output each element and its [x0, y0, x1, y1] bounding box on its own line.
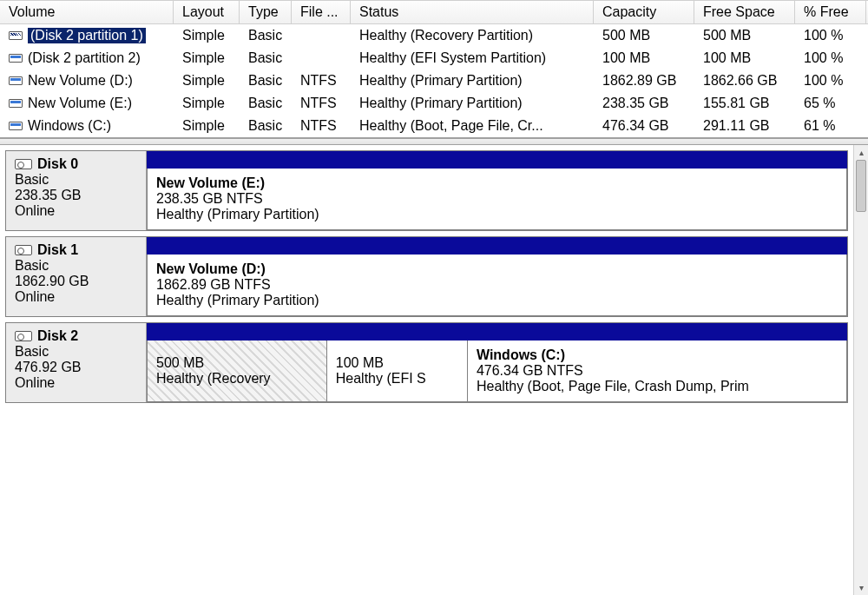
partition[interactable]: 500 MBHealthy (Recovery [147, 340, 326, 402]
volume-name: New Volume (E:) [28, 96, 132, 111]
disk-label[interactable]: Disk 1Basic1862.90 GBOnline [6, 237, 147, 316]
volume-capacity: 1862.89 GB [594, 71, 694, 90]
disk-size: 476.92 GB [15, 360, 137, 375]
disk-type: Basic [15, 344, 137, 360]
volume-icon [9, 31, 23, 40]
partition-status: Healthy (Recovery [156, 371, 318, 387]
volume-layout: Simple [174, 94, 240, 113]
disk-label[interactable]: Disk 0Basic238.35 GBOnline [6, 151, 147, 230]
disk-stripe [147, 237, 847, 255]
disk-icon [15, 159, 32, 169]
disk-name: Disk 0 [37, 156, 78, 172]
volume-filesystem [292, 49, 351, 68]
disk-name: Disk 1 [37, 242, 78, 258]
volume-layout: Simple [174, 49, 240, 68]
volume-status: Healthy (Primary Partition) [351, 94, 594, 113]
partition[interactable]: New Volume (D:)1862.89 GB NTFSHealthy (P… [147, 255, 847, 316]
partition[interactable]: New Volume (E:)238.35 GB NTFSHealthy (Pr… [147, 169, 847, 230]
volume-status: Healthy (EFI System Partition) [351, 49, 594, 68]
disk-name: Disk 2 [37, 328, 78, 344]
partition-info: 1862.89 GB NTFS [156, 277, 838, 293]
volume-filesystem: NTFS [292, 71, 351, 90]
disk-graphic-pane: Disk 0Basic238.35 GBOnlineNew Volume (E:… [0, 145, 868, 595]
col-header-type[interactable]: Type [240, 1, 292, 23]
volume-row[interactable]: New Volume (D:)SimpleBasicNTFSHealthy (P… [0, 69, 868, 92]
disk-icon [15, 245, 32, 255]
volume-type: Basic [240, 26, 292, 45]
volume-type: Basic [240, 49, 292, 68]
volume-filesystem: NTFS [292, 94, 351, 113]
volume-status: Healthy (Primary Partition) [351, 71, 594, 90]
volume-layout: Simple [174, 116, 240, 136]
partition-info: 100 MB [336, 355, 458, 371]
volume-capacity: 500 MB [594, 26, 694, 45]
volume-free: 291.11 GB [694, 116, 795, 136]
partition-status: Healthy (Boot, Page File, Crash Dump, Pr… [477, 379, 838, 394]
col-header-filesystem[interactable]: File ... [292, 1, 351, 23]
volume-row[interactable]: New Volume (E:)SimpleBasicNTFSHealthy (P… [0, 92, 868, 115]
col-header-volume[interactable]: Volume [0, 1, 174, 23]
partition-title: New Volume (E:) [156, 175, 838, 191]
scroll-up-button[interactable]: ▴ [854, 145, 868, 160]
volume-status: Healthy (Recovery Partition) [351, 26, 594, 45]
volume-icon [9, 54, 23, 63]
partition-info: 500 MB [156, 355, 318, 371]
volume-pctfree: 61 % [795, 116, 866, 136]
scroll-thumb[interactable] [856, 160, 866, 212]
volume-type: Basic [240, 71, 292, 90]
partition-status: Healthy (EFI S [336, 371, 458, 387]
disk-state: Online [15, 203, 137, 219]
col-header-status[interactable]: Status [351, 1, 594, 23]
col-header-pctfree[interactable]: % Free [795, 1, 866, 23]
col-header-free[interactable]: Free Space [694, 1, 795, 23]
volume-pctfree: 100 % [795, 71, 866, 90]
disk-type: Basic [15, 172, 137, 188]
disk-stripe [147, 323, 847, 340]
partition[interactable]: Windows (C:)476.34 GB NTFSHealthy (Boot,… [467, 340, 847, 402]
volume-row[interactable]: (Disk 2 partition 2)SimpleBasicHealthy (… [0, 47, 868, 69]
volume-list-header: Volume Layout Type File ... Status Capac… [0, 0, 868, 24]
volume-type: Basic [240, 116, 292, 136]
volume-name: (Disk 2 partition 1) [28, 28, 146, 43]
disk-size: 1862.90 GB [15, 274, 137, 289]
col-header-capacity[interactable]: Capacity [594, 1, 694, 23]
disk-state: Online [15, 375, 137, 391]
volume-row[interactable]: Windows (C:)SimpleBasicNTFSHealthy (Boot… [0, 115, 868, 137]
volume-name: Windows (C:) [28, 118, 111, 134]
volume-capacity: 476.34 GB [594, 116, 694, 136]
volume-row[interactable]: (Disk 2 partition 1)SimpleBasicHealthy (… [0, 24, 868, 47]
volume-pctfree: 100 % [795, 49, 866, 68]
volume-pctfree: 65 % [795, 94, 866, 113]
volume-type: Basic [240, 94, 292, 113]
partition[interactable]: 100 MBHealthy (EFI S [326, 340, 467, 402]
col-header-layout[interactable]: Layout [174, 1, 240, 23]
scroll-down-button[interactable]: ▾ [854, 580, 868, 595]
partition-status: Healthy (Primary Partition) [156, 207, 838, 222]
disk-stripe [147, 151, 847, 169]
volume-free: 1862.66 GB [694, 71, 795, 90]
disk-type: Basic [15, 258, 137, 274]
pane-separator[interactable] [0, 138, 868, 145]
volume-icon [9, 122, 23, 130]
volume-layout: Simple [174, 71, 240, 90]
disk-label[interactable]: Disk 2Basic476.92 GBOnline [6, 323, 147, 402]
disk-block: Disk 2Basic476.92 GBOnline500 MBHealthy … [5, 322, 848, 403]
volume-free: 155.81 GB [694, 94, 795, 113]
volume-free: 100 MB [694, 49, 795, 68]
disk-block: Disk 1Basic1862.90 GBOnlineNew Volume (D… [5, 236, 848, 317]
volume-filesystem: NTFS [292, 116, 351, 136]
partition-info: 476.34 GB NTFS [477, 363, 838, 379]
disk-state: Online [15, 289, 137, 305]
volume-capacity: 100 MB [594, 49, 694, 68]
volume-free: 500 MB [694, 26, 795, 45]
volume-capacity: 238.35 GB [594, 94, 694, 113]
vertical-scrollbar[interactable]: ▴ ▾ [853, 145, 868, 595]
volume-icon [9, 76, 23, 85]
volume-filesystem [292, 26, 351, 45]
volume-list: Volume Layout Type File ... Status Capac… [0, 0, 868, 138]
volume-pctfree: 100 % [795, 26, 866, 45]
volume-layout: Simple [174, 26, 240, 45]
disk-size: 238.35 GB [15, 188, 137, 203]
partition-status: Healthy (Primary Partition) [156, 293, 838, 308]
partition-title: New Volume (D:) [156, 261, 838, 277]
